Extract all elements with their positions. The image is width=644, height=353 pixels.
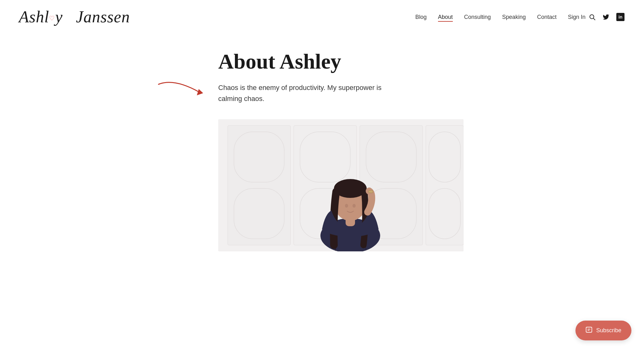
- nav-speaking[interactable]: Speaking: [502, 14, 526, 20]
- svg-point-19: [334, 179, 367, 198]
- svg-point-21: [345, 204, 348, 208]
- nav-signin[interactable]: Sign In: [568, 14, 586, 20]
- nav-icon-group: in: [588, 12, 625, 22]
- newsletter-icon: [586, 326, 592, 333]
- nav-blog[interactable]: Blog: [415, 14, 427, 20]
- svg-rect-20: [369, 190, 373, 193]
- svg-rect-23: [586, 327, 592, 333]
- linkedin-icon: in: [616, 13, 625, 21]
- svg-rect-4: [228, 126, 291, 245]
- svg-line-1: [593, 18, 595, 20]
- nav-about[interactable]: About: [438, 14, 453, 20]
- twitter-icon: [602, 14, 609, 20]
- arrow-decoration: [155, 75, 228, 104]
- main-nav: Blog About Consulting Speaking Contact S…: [415, 14, 586, 20]
- linkedin-button[interactable]: in: [616, 12, 625, 22]
- page-content: About Ashley Chaos is the enemy of produ…: [218, 50, 476, 251]
- nav-consulting[interactable]: Consulting: [464, 14, 491, 20]
- nav-contact[interactable]: Contact: [537, 14, 557, 20]
- photo-background: [218, 119, 464, 251]
- search-button[interactable]: [588, 13, 596, 21]
- subscribe-icon: [586, 326, 592, 335]
- twitter-button[interactable]: [602, 13, 610, 21]
- site-header: Ashl♡y Janssen Blog About Consulting Spe…: [0, 0, 644, 34]
- svg-marker-2: [197, 89, 203, 95]
- page-title: About Ashley: [218, 50, 476, 73]
- arrow-svg: [155, 75, 228, 103]
- svg-rect-13: [426, 126, 464, 245]
- svg-point-22: [353, 204, 356, 208]
- subscribe-label: Subscribe: [596, 327, 621, 334]
- page-tagline: Chaos is the enemy of productivity. My s…: [218, 82, 401, 104]
- subscribe-button[interactable]: Subscribe: [575, 321, 631, 340]
- profile-photo: [218, 119, 464, 251]
- site-logo[interactable]: Ashl♡y Janssen: [19, 9, 130, 25]
- search-icon: [589, 14, 596, 20]
